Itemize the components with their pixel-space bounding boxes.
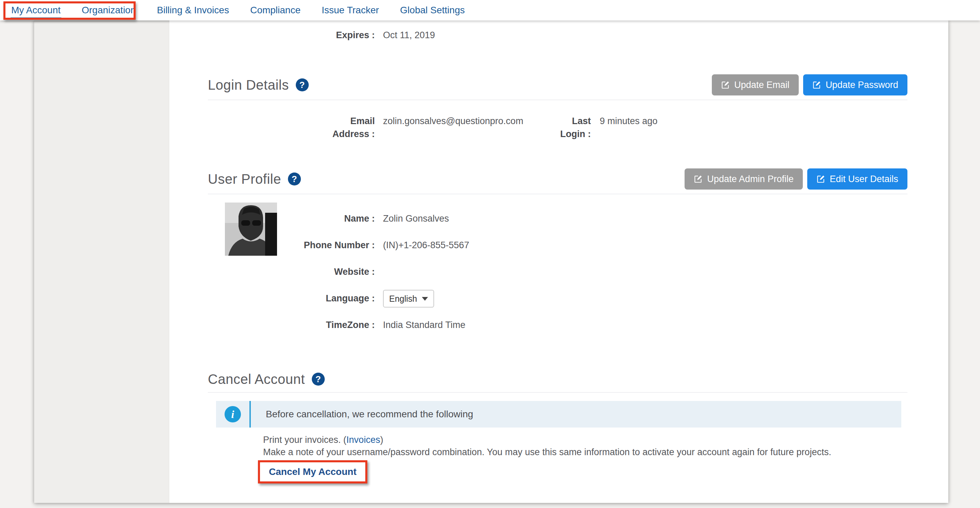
help-icon[interactable]: ?: [288, 172, 301, 185]
left-side-panel: [34, 21, 169, 503]
website-row: Website :: [208, 265, 907, 292]
phone-row: Phone Number : (IN)+1-206-855-5567: [208, 239, 907, 265]
name-row: Name : Zolin Gonsalves: [208, 212, 907, 239]
banner-text: Before cancellation, we recommend the fo…: [266, 401, 473, 428]
user-profile-section: Name : Zolin Gonsalves Phone Number : (I…: [208, 201, 907, 345]
phone-value: (IN)+1-206-855-5567: [383, 239, 907, 252]
edit-icon: [694, 175, 703, 183]
tab-global-settings-label: Global Settings: [400, 5, 465, 16]
last-login-value: 9 minutes ago: [600, 115, 907, 127]
timezone-row: TimeZone : India Standard Time: [208, 318, 907, 345]
help-icon[interactable]: ?: [296, 78, 309, 91]
tab-billing-invoices[interactable]: Billing & Invoices: [157, 0, 229, 21]
help-icon[interactable]: ?: [312, 373, 325, 385]
last-login-label: Last Login :: [554, 115, 591, 140]
update-email-button[interactable]: Update Email: [712, 74, 799, 96]
login-details-actions: Update Email Update Password: [712, 74, 907, 96]
profile-photo: [225, 202, 277, 256]
language-dropdown[interactable]: English: [383, 290, 434, 307]
expires-row: Expires : Oct 11, 2019: [208, 21, 907, 41]
cancel-account-title: Cancel Account ?: [208, 372, 325, 387]
tab-issue-tracker-label: Issue Tracker: [322, 5, 379, 16]
print-invoices-line: Print your invoices. (Invoices): [263, 434, 907, 446]
active-tab-underline: [11, 18, 61, 19]
user-profile-header: User Profile ? Update Admin Profile Edit…: [208, 169, 907, 194]
chevron-down-icon: [422, 297, 428, 301]
language-selected-value: English: [389, 292, 417, 305]
tab-organization[interactable]: Organization: [82, 0, 136, 21]
website-label: Website :: [208, 265, 375, 278]
update-admin-profile-button[interactable]: Update Admin Profile: [684, 169, 803, 190]
user-profile-title: User Profile ?: [208, 172, 301, 187]
tab-issue-tracker[interactable]: Issue Tracker: [322, 0, 379, 21]
login-details-header: Login Details ? Update Email Update Pass…: [208, 74, 907, 100]
edit-icon: [721, 80, 730, 89]
edit-icon: [816, 175, 825, 183]
note-line: Make a note of your username/password co…: [263, 446, 907, 458]
user-profile-actions: Update Admin Profile Edit User Details: [684, 169, 907, 190]
cancel-link-wrap: Cancel My Account: [258, 460, 907, 483]
banner-divider: [250, 401, 251, 428]
top-navigation: My Account Organization Billing & Invoic…: [0, 0, 980, 21]
tab-global-settings[interactable]: Global Settings: [400, 0, 465, 21]
tab-compliance-label: Compliance: [250, 5, 301, 16]
invoices-link[interactable]: Invoices: [347, 435, 380, 445]
timezone-label: TimeZone :: [208, 318, 375, 331]
tab-organization-label: Organization: [82, 5, 136, 16]
account-content: Expires : Oct 11, 2019 Login Details ? U…: [169, 21, 948, 503]
cancel-account-header: Cancel Account ?: [208, 370, 907, 393]
email-address-label: Email Address :: [208, 115, 375, 140]
expires-label: Expires :: [208, 29, 375, 41]
expires-value: Oct 11, 2019: [383, 29, 907, 41]
language-row: Language : English: [208, 292, 907, 318]
profile-rows: Name : Zolin Gonsalves Phone Number : (I…: [208, 201, 907, 345]
login-details-title: Login Details ?: [208, 77, 309, 93]
cancel-info-banner: i Before cancellation, we recommend the …: [216, 401, 901, 428]
edit-user-details-button[interactable]: Edit User Details: [807, 169, 907, 190]
language-cell: English: [383, 292, 907, 307]
language-label: Language :: [208, 292, 375, 305]
tab-billing-invoices-label: Billing & Invoices: [157, 5, 229, 16]
tab-compliance[interactable]: Compliance: [250, 0, 301, 21]
info-icon-wrap: i: [216, 401, 250, 428]
info-icon: i: [224, 406, 241, 422]
tab-my-account-label: My Account: [11, 5, 60, 16]
cancel-my-account-link[interactable]: Cancel My Account: [269, 467, 356, 477]
update-password-button[interactable]: Update Password: [803, 74, 907, 96]
edit-icon: [812, 80, 821, 89]
login-details-rows: Email Address : zolin.gonsalves@question…: [208, 115, 907, 140]
account-page-card: Expires : Oct 11, 2019 Login Details ? U…: [34, 21, 948, 503]
timezone-value: India Standard Time: [383, 318, 907, 331]
name-value: Zolin Gonsalves: [383, 212, 907, 225]
tab-my-account[interactable]: My Account: [11, 0, 60, 21]
cancel-instructions: Print your invoices. (Invoices) Make a n…: [263, 434, 907, 458]
email-address-value: zolin.gonsalves@questionpro.com: [383, 115, 554, 127]
annotation-box-cancel-account: Cancel My Account: [258, 460, 368, 483]
